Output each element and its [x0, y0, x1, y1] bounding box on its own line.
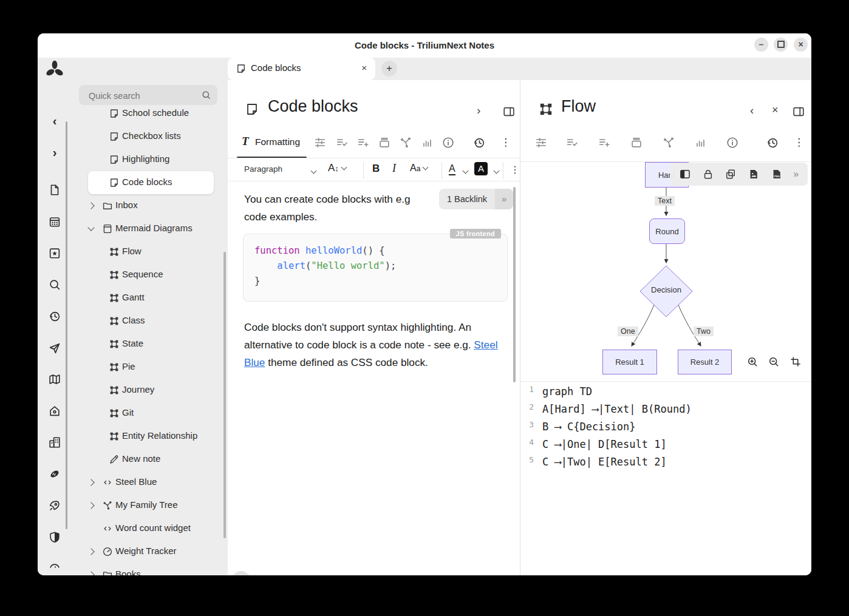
tree-scrollbar[interactable]: [223, 252, 226, 538]
italic-button[interactable]: I: [392, 162, 396, 175]
note-title[interactable]: Code blocks: [268, 97, 358, 116]
revisions-history-icon[interactable]: [766, 136, 779, 149]
note-info-icon[interactable]: [442, 136, 455, 149]
chevron-right-icon[interactable]: [87, 479, 94, 486]
tree-item-checkbox-lists[interactable]: Checkbox lists: [72, 125, 223, 148]
crop-icon[interactable]: [789, 356, 802, 368]
owned-attributes-icon[interactable]: [335, 136, 349, 149]
chevron-right-icon[interactable]: [87, 571, 94, 575]
node-decision-label[interactable]: Decision: [636, 285, 697, 294]
today-calendar-star-icon[interactable]: [48, 246, 61, 260]
send-icon[interactable]: [48, 342, 61, 355]
basic-properties-icon[interactable]: [313, 136, 327, 149]
owned-attributes-icon[interactable]: [565, 136, 579, 149]
expand-chevron-icon[interactable]: ›: [477, 104, 480, 117]
buildings-icon[interactable]: [48, 436, 61, 449]
analytics-icon[interactable]: [420, 136, 434, 149]
note-title[interactable]: Flow: [561, 97, 596, 116]
panel-left-icon[interactable]: [679, 168, 691, 180]
tree-item-pie[interactable]: Pie: [72, 356, 223, 379]
close-button[interactable]: ×: [794, 38, 808, 52]
note-map-icon[interactable]: [399, 136, 412, 149]
tree-item-word-count-widget[interactable]: Word count widget: [72, 517, 223, 540]
tab-formatting[interactable]: Formatting: [255, 137, 300, 147]
zoom-in-icon[interactable]: [746, 356, 759, 368]
user-arc-icon[interactable]: [48, 560, 61, 573]
tree-item-new-note[interactable]: New note: [72, 448, 223, 471]
map-icon[interactable]: [48, 373, 61, 386]
font-family-button[interactable]: Aa: [410, 163, 428, 174]
ribbon-kebab-icon[interactable]: ⋮: [500, 136, 511, 149]
calendar-icon[interactable]: [48, 215, 61, 228]
chevron-right-icon[interactable]: [87, 502, 94, 509]
tree-item-git[interactable]: Git: [72, 402, 223, 425]
tree-item-weight-tracker[interactable]: Weight Tracker: [72, 540, 223, 563]
ribbon-kebab-icon[interactable]: ⋮: [794, 136, 804, 149]
split-pane-icon[interactable]: [502, 105, 516, 118]
inherited-attributes-icon[interactable]: [598, 136, 611, 149]
tree-item-state[interactable]: State: [72, 333, 223, 356]
tree-item-steel-blue[interactable]: Steel Blue: [72, 471, 223, 494]
code-block[interactable]: JS frontend function helloWorld() { aler…: [243, 234, 508, 302]
formatting-tab-t-icon[interactable]: T: [242, 135, 249, 148]
bread-icon[interactable]: [48, 467, 61, 481]
tree-item-my-family-tree[interactable]: My Family Tree: [72, 494, 223, 517]
toolbar-kebab-icon[interactable]: ⋮: [510, 164, 520, 175]
tree-item-entity-relationship[interactable]: Entity Relationship: [72, 425, 223, 448]
node-result-1[interactable]: Result 1: [602, 350, 657, 374]
paragraph-style-select[interactable]: Paragraph: [244, 164, 282, 174]
font-size-button[interactable]: A↕: [328, 162, 346, 174]
revisions-history-icon[interactable]: [472, 136, 486, 149]
tree-item-flow[interactable]: Flow: [72, 240, 223, 263]
backlink-expand-icon[interactable]: »: [495, 189, 513, 209]
collapse-chevron-icon[interactable]: ‹: [750, 104, 754, 117]
inherited-attributes-icon[interactable]: [356, 136, 370, 149]
tree-item-books[interactable]: Books: [72, 563, 223, 575]
tree-item-sequence[interactable]: Sequence: [72, 263, 223, 286]
tree-item-class[interactable]: Class: [72, 310, 223, 333]
note-map-icon[interactable]: [662, 136, 675, 149]
tree-item-mermaid-diagrams[interactable]: Mermaid Diagrams: [72, 217, 223, 240]
search-launcher-icon[interactable]: [48, 278, 61, 291]
tree-item-code-blocks[interactable]: Code blocks: [72, 171, 223, 194]
chevron-right-icon[interactable]: [87, 202, 94, 209]
maximize-button[interactable]: [774, 38, 788, 52]
close-pane-icon[interactable]: ×: [772, 104, 779, 117]
mermaid-source-editor[interactable]: 1graph TD 2A[Hard] ⟶|Text| B(Round) 3B ⟶…: [520, 381, 811, 575]
font-color-button[interactable]: A: [449, 163, 455, 175]
basic-properties-icon[interactable]: [534, 136, 548, 149]
archive-icon[interactable]: [630, 136, 643, 149]
tree-item-school-schedule[interactable]: School schedule: [72, 102, 223, 125]
bg-color-button[interactable]: A: [474, 162, 488, 175]
node-result-2[interactable]: Result 2: [678, 350, 732, 374]
trilium-logo[interactable]: [44, 59, 65, 80]
zoom-out-icon[interactable]: [768, 356, 780, 368]
recent-changes-icon[interactable]: [48, 310, 61, 323]
split-pane-icon[interactable]: [792, 105, 805, 118]
chevron-down-icon[interactable]: [463, 168, 469, 174]
note-info-icon[interactable]: [726, 136, 739, 149]
new-note-launcher-icon[interactable]: [48, 183, 61, 197]
copy-icon[interactable]: [725, 168, 737, 180]
editor-scrollbar[interactable]: [513, 187, 516, 382]
export-image-icon[interactable]: [748, 168, 760, 180]
shield-icon[interactable]: [48, 530, 61, 544]
tree-item-gantt[interactable]: Gantt: [72, 286, 223, 310]
minimize-button[interactable]: –: [754, 38, 768, 52]
bold-button[interactable]: B: [372, 163, 380, 175]
node-round[interactable]: Round: [649, 218, 685, 244]
more-icon[interactable]: »: [793, 169, 799, 180]
tab-close-icon[interactable]: ×: [361, 63, 367, 73]
export-png-icon[interactable]: PNG: [771, 168, 783, 180]
archive-icon[interactable]: [378, 136, 391, 149]
tab-code-blocks[interactable]: Code blocks ×: [228, 58, 375, 80]
rocket-icon[interactable]: [48, 499, 61, 512]
launcher-scrollbar[interactable]: [66, 121, 67, 529]
analytics-icon[interactable]: [694, 136, 707, 149]
chevron-down-icon[interactable]: [494, 168, 500, 174]
chevron-right-icon[interactable]: [87, 548, 94, 555]
tree-item-highlighting[interactable]: Highlighting: [72, 148, 223, 171]
tree-item-journey[interactable]: Journey: [72, 379, 223, 402]
chevron-down-icon[interactable]: [311, 168, 317, 174]
chevron-down-icon[interactable]: [87, 224, 94, 231]
